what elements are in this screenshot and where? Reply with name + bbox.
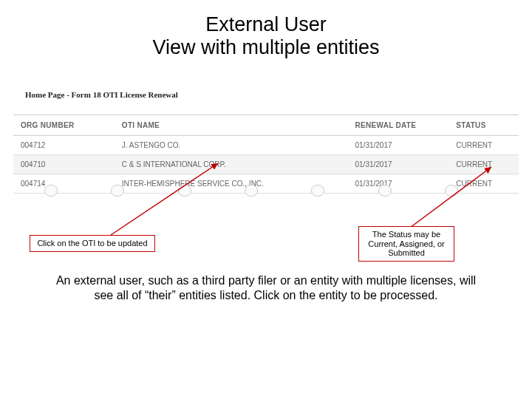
cell-name: C & S INTERNATIONAL CORP. — [115, 155, 348, 174]
table-header-row: ORG NUMBER OTI NAME RENEWAL DATE STATUS — [13, 115, 519, 136]
cell-org: 004712 — [13, 136, 115, 155]
cell-date: 01/31/2017 — [347, 155, 449, 174]
cell-name: J. ASTENGO CO. — [115, 136, 348, 155]
page-pill[interactable] — [378, 185, 392, 197]
page-pill[interactable] — [311, 185, 324, 197]
body-paragraph: An external user, such as a third party … — [47, 273, 485, 303]
col-org-number: ORG NUMBER — [13, 115, 115, 136]
col-oti-name: OTI NAME — [115, 115, 348, 136]
title-line-2: View with multiple entities — [0, 36, 532, 59]
col-status: STATUS — [449, 115, 519, 136]
callout-left: Click on the OTI to be updated — [30, 235, 155, 252]
page-pill[interactable] — [445, 185, 458, 197]
cell-status: CURRENT — [449, 155, 519, 174]
page-pill[interactable] — [111, 185, 124, 197]
callout-right: The Status may be Current, Assigned, or … — [358, 226, 454, 262]
page-pill[interactable] — [178, 185, 191, 197]
col-renewal-date: RENEWAL DATE — [347, 115, 449, 136]
pagination-row — [44, 185, 510, 197]
entity-table: ORG NUMBER OTI NAME RENEWAL DATE STATUS … — [13, 115, 519, 194]
slide-title: External User View with multiple entitie… — [0, 0, 532, 59]
title-line-1: External User — [0, 13, 532, 36]
page-pill[interactable] — [44, 185, 58, 197]
cell-org: 004710 — [13, 155, 115, 174]
table-row[interactable]: 004710 C & S INTERNATIONAL CORP. 01/31/2… — [13, 155, 519, 174]
cell-status: CURRENT — [449, 136, 519, 155]
page-pill[interactable] — [245, 185, 258, 197]
page-header: Home Page - Form 18 OTI License Renewal — [25, 90, 178, 99]
table-row[interactable]: 004712 J. ASTENGO CO. 01/31/2017 CURRENT — [13, 136, 519, 155]
cell-date: 01/31/2017 — [347, 136, 449, 155]
